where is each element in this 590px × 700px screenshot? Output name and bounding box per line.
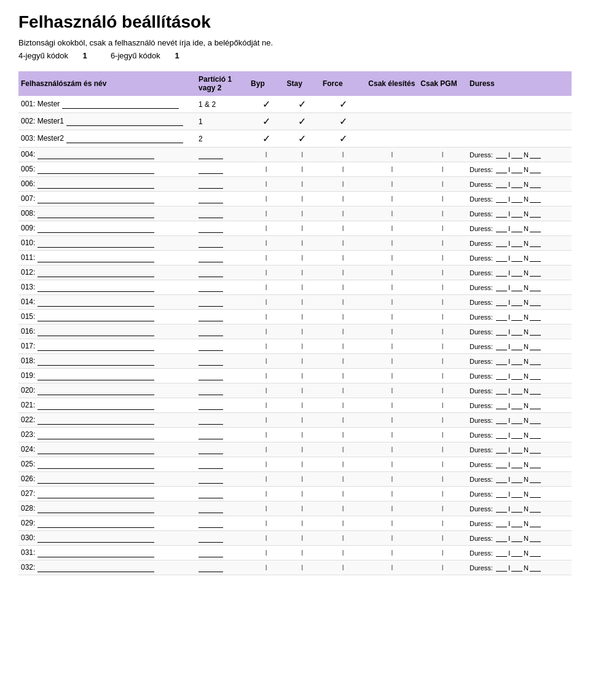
duress-input-1[interactable] (496, 431, 507, 439)
user-name-input[interactable] (37, 563, 154, 572)
partition-input[interactable] (199, 356, 223, 366)
duress-input-3[interactable] (530, 328, 541, 336)
duress-input-3[interactable] (530, 195, 541, 203)
duress-input-3[interactable] (530, 254, 541, 262)
duress-input-2[interactable] (511, 254, 522, 262)
partition-input[interactable] (199, 445, 223, 454)
user-name-input[interactable] (37, 386, 154, 395)
user-name-input[interactable] (37, 519, 154, 528)
duress-input-3[interactable] (530, 416, 541, 424)
duress-input-3[interactable] (530, 165, 541, 173)
duress-input-1[interactable] (496, 505, 507, 513)
duress-input-3[interactable] (530, 283, 541, 291)
duress-input-2[interactable] (511, 416, 522, 424)
duress-input-3[interactable] (530, 387, 541, 395)
duress-input-1[interactable] (496, 564, 507, 572)
duress-input-1[interactable] (496, 519, 507, 527)
duress-input-1[interactable] (496, 151, 507, 159)
duress-input-3[interactable] (530, 475, 541, 483)
duress-input-2[interactable] (511, 151, 522, 159)
duress-input-2[interactable] (511, 269, 522, 277)
user-name-input[interactable] (37, 504, 154, 513)
partition-input[interactable] (199, 519, 223, 528)
duress-input-1[interactable] (496, 446, 507, 454)
partition-input[interactable] (199, 209, 223, 218)
user-name-input[interactable] (37, 150, 154, 159)
partition-input[interactable] (199, 533, 223, 543)
duress-input-3[interactable] (530, 342, 541, 350)
duress-input-2[interactable] (511, 165, 522, 173)
duress-input-2[interactable] (511, 342, 522, 350)
user-name-input[interactable] (37, 342, 154, 351)
duress-input-1[interactable] (496, 269, 507, 277)
duress-input-3[interactable] (530, 151, 541, 159)
duress-input-1[interactable] (496, 401, 507, 409)
duress-input-2[interactable] (511, 490, 522, 498)
user-name-input[interactable] (37, 312, 154, 321)
duress-input-1[interactable] (496, 283, 507, 291)
partition-input[interactable] (199, 563, 223, 572)
duress-input-1[interactable] (496, 254, 507, 262)
partition-input[interactable] (199, 268, 223, 277)
duress-input-3[interactable] (530, 549, 541, 557)
user-name-input[interactable] (37, 268, 154, 277)
duress-input-1[interactable] (496, 490, 507, 498)
partition-input[interactable] (199, 283, 223, 292)
partition-input[interactable] (199, 489, 223, 498)
duress-input-1[interactable] (496, 387, 507, 395)
partition-input[interactable] (199, 150, 223, 159)
duress-input-1[interactable] (496, 180, 507, 188)
duress-input-2[interactable] (511, 431, 522, 439)
user-name-input[interactable] (37, 165, 154, 174)
user-name-input[interactable] (37, 209, 154, 218)
duress-input-3[interactable] (530, 401, 541, 409)
duress-input-2[interactable] (511, 446, 522, 454)
duress-input-1[interactable] (496, 239, 507, 247)
duress-input-3[interactable] (530, 490, 541, 498)
duress-input-3[interactable] (530, 519, 541, 527)
duress-input-3[interactable] (530, 357, 541, 365)
user-name-input[interactable] (37, 474, 154, 484)
duress-input-2[interactable] (511, 224, 522, 232)
duress-input-3[interactable] (530, 564, 541, 572)
duress-input-2[interactable] (511, 564, 522, 572)
duress-input-2[interactable] (511, 534, 522, 542)
duress-input-3[interactable] (530, 534, 541, 542)
duress-input-2[interactable] (511, 475, 522, 483)
user-name-input[interactable] (37, 533, 154, 543)
user-name-input[interactable] (37, 297, 154, 307)
duress-input-3[interactable] (530, 210, 541, 218)
duress-input-2[interactable] (511, 210, 522, 218)
duress-input-1[interactable] (496, 210, 507, 218)
user-name-input[interactable] (66, 134, 183, 143)
user-name-input[interactable] (37, 548, 154, 557)
duress-input-1[interactable] (496, 475, 507, 483)
partition-input[interactable] (199, 386, 223, 395)
duress-input-1[interactable] (496, 342, 507, 350)
partition-input[interactable] (199, 342, 223, 351)
duress-input-1[interactable] (496, 328, 507, 336)
partition-input[interactable] (199, 401, 223, 410)
duress-input-2[interactable] (511, 313, 522, 321)
user-name-input[interactable] (37, 253, 154, 262)
duress-input-3[interactable] (530, 239, 541, 247)
partition-input[interactable] (199, 224, 223, 233)
user-name-input[interactable] (37, 194, 154, 203)
user-name-input[interactable] (37, 327, 154, 336)
user-name-input[interactable] (62, 100, 179, 109)
partition-input[interactable] (199, 474, 223, 484)
user-name-input[interactable] (37, 356, 154, 366)
duress-input-1[interactable] (496, 460, 507, 468)
duress-input-3[interactable] (530, 224, 541, 232)
duress-input-3[interactable] (530, 446, 541, 454)
partition-input[interactable] (199, 165, 223, 174)
duress-input-1[interactable] (496, 357, 507, 365)
user-name-input[interactable] (37, 238, 154, 248)
duress-input-2[interactable] (511, 298, 522, 306)
partition-input[interactable] (199, 415, 223, 425)
duress-input-3[interactable] (530, 505, 541, 513)
user-name-input[interactable] (37, 445, 154, 454)
user-name-input[interactable] (37, 489, 154, 498)
duress-input-1[interactable] (496, 372, 507, 380)
duress-input-2[interactable] (511, 328, 522, 336)
